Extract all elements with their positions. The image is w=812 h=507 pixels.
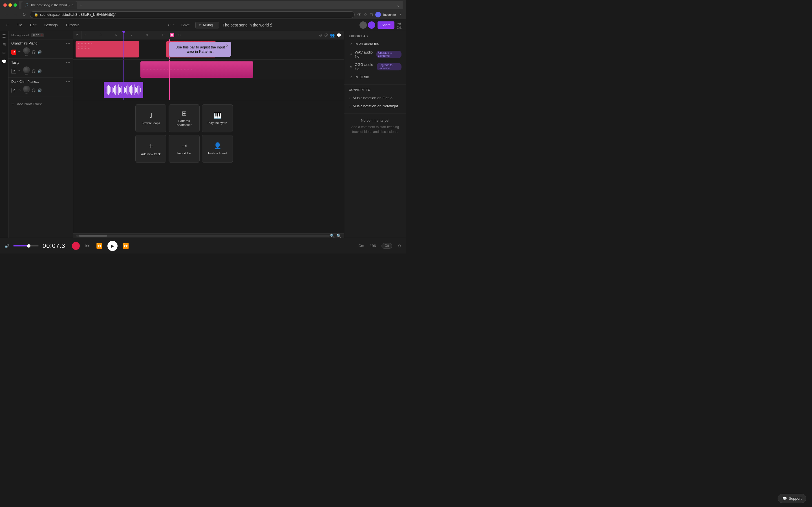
track-3-wave-btn[interactable]: 〜 <box>18 88 21 93</box>
track-1-mute-btn[interactable]: 🔊 <box>38 50 42 54</box>
track-3-vol-knob[interactable] <box>23 86 30 93</box>
track-3-r-btn[interactable]: R <box>11 88 16 93</box>
svg-rect-2 <box>107 86 108 94</box>
muting-badge[interactable]: ⌘ ⌥ ✕ <box>31 33 44 37</box>
bottom-settings-icon[interactable]: ⚙ <box>398 244 402 248</box>
scrollbar-thumb[interactable] <box>79 235 107 237</box>
track-3-menu[interactable]: ••• <box>66 79 70 84</box>
track-1-vol-knob[interactable] <box>23 47 30 54</box>
save-btn[interactable]: Save <box>179 22 192 28</box>
lock-icon: 🔒 <box>34 13 38 17</box>
track-1-menu[interactable]: ••• <box>66 41 70 46</box>
export-ogg[interactable]: ♬ OGG audio file Upgrade to Supreme <box>349 61 402 73</box>
track-2-vol-knob[interactable] <box>23 66 30 73</box>
sidebar-tracks-icon[interactable]: ☰ <box>2 34 6 38</box>
rewind-btn[interactable]: ⏪ <box>95 242 103 250</box>
panel-icon[interactable]: ⊟ <box>370 12 373 17</box>
timeline-comment-btn[interactable]: 💬 <box>336 33 341 38</box>
add-track-btn[interactable]: + Add New Track <box>8 97 73 111</box>
scrollbar-track[interactable] <box>76 235 330 237</box>
tab-close-btn[interactable]: ✕ <box>71 3 73 6</box>
volume-icon[interactable]: 🔊 <box>4 244 9 248</box>
loop-icon[interactable]: ↺ <box>75 33 79 38</box>
clip-dark-chi-1[interactable] <box>104 82 143 98</box>
track-1-wave-btn[interactable]: 〜 <box>18 50 21 54</box>
clip-tasty-1[interactable]: • • • • • • • • • • • • • • • • • • • • … <box>140 61 253 78</box>
volume-slider[interactable] <box>13 245 39 246</box>
add-new-track-card[interactable]: + Add new track <box>135 135 166 163</box>
play-btn[interactable]: ▶ <box>107 241 117 251</box>
play-synth-card[interactable]: 🎹 Play the synth <box>202 104 233 132</box>
nav-back-btn[interactable]: ← <box>3 12 10 17</box>
patterns-beatmaker-card[interactable]: ⊞ Patterns Beatmaker <box>168 104 200 132</box>
wav-upgrade-badge: Upgrade to Supreme <box>376 51 402 58</box>
track-3-headphone-btn[interactable]: 🎧 <box>32 89 36 93</box>
menu-settings[interactable]: Settings <box>43 22 59 28</box>
sidebar-effects-icon[interactable]: ⚙ <box>2 51 6 55</box>
export-mp3[interactable]: ♬ MP3 audio file <box>349 40 402 48</box>
redo-btn[interactable]: ↪ <box>173 23 175 27</box>
avatar-icon[interactable] <box>375 12 381 17</box>
track-3-mute-btn[interactable]: 🔊 <box>38 89 42 93</box>
menu-file[interactable]: File <box>15 22 23 28</box>
address-bar[interactable]: 🔒 soundtrap.com/studio/hS-u82IaRz_knEVhh… <box>30 11 355 18</box>
import-file-card[interactable]: ⇥ Import file <box>168 135 200 163</box>
minimize-window-btn[interactable] <box>8 3 12 7</box>
share-btn[interactable]: Share <box>377 21 395 29</box>
tooltip-close-btn[interactable]: ✕ <box>225 43 229 48</box>
mixing-btn[interactable]: ↺ Mixing... <box>195 22 219 29</box>
track-2-menu[interactable]: ••• <box>66 60 70 65</box>
convert-flat[interactable]: ♪ Music notation on Flat.io <box>349 94 402 102</box>
mp3-label: MP3 audio file <box>356 42 378 46</box>
active-tab[interactable]: 🎵 The best song in the world :) ✕ <box>21 1 77 9</box>
svg-rect-30 <box>131 85 132 95</box>
sidebar-mixer-icon[interactable]: ⊞ <box>3 42 6 47</box>
chevron-down-icon[interactable]: ⌄ <box>396 2 400 8</box>
browse-loops-card[interactable]: ♩ Browse loops <box>135 104 166 132</box>
fast-forward-btn[interactable]: ⏩ <box>121 242 130 250</box>
timeline-people-btn[interactable]: 👥 <box>330 33 335 38</box>
marker-area[interactable]: ✕ <box>169 31 175 39</box>
maximize-window-btn[interactable] <box>13 3 17 7</box>
undo-btn[interactable]: ↩ <box>168 23 170 27</box>
off-badge[interactable]: Off <box>382 243 392 249</box>
track-2-wave-btn[interactable]: 〜 <box>18 69 21 73</box>
close-marker-btn[interactable]: ✕ <box>170 33 174 37</box>
menu-tutorials[interactable]: Tutorials <box>64 22 80 28</box>
menu-edit[interactable]: Edit <box>29 22 38 28</box>
convert-noteflight[interactable]: ♪ Music notation on Noteflight <box>349 102 402 110</box>
record-btn[interactable] <box>72 242 80 250</box>
clip-grandmas-1[interactable]: • • • • • • • • • • •• • • • • • •• • • … <box>75 41 139 57</box>
export-wav[interactable]: ♬ WAV audio file Upgrade to Supreme <box>349 48 402 61</box>
volume-thumb[interactable] <box>27 244 31 247</box>
bookmark-icon[interactable]: ☆ <box>364 12 367 17</box>
track-2-headphone-btn[interactable]: 🎧 <box>32 69 36 73</box>
menu-icon[interactable]: ⋮ <box>398 12 403 17</box>
zoom-out-btn[interactable]: 🔍 <box>336 233 341 238</box>
avatar-btn[interactable] <box>359 21 367 29</box>
menubar: ← File Edit Settings Tutorials ↩ ↪ Save … <box>0 19 406 31</box>
import-label: Import file <box>177 151 191 155</box>
zoom-in-btn[interactable]: 🔍 <box>330 233 335 238</box>
track-1-headphone-btn[interactable]: 🎧 <box>32 50 36 54</box>
export-section: Export as ♬ MP3 audio file ♬ WAV audio f… <box>344 31 406 85</box>
close-window-btn[interactable] <box>3 3 7 7</box>
sidebar-chat-icon[interactable]: 💬 <box>2 59 6 64</box>
track-2-r-btn[interactable]: R <box>11 69 16 74</box>
share-icon-btn[interactable] <box>368 21 375 29</box>
timeline-settings-btn[interactable]: ⚙ <box>319 33 322 38</box>
tab-title: The best song in the world :) <box>31 3 70 7</box>
new-tab-btn[interactable]: + <box>78 3 84 7</box>
nav-forward-btn[interactable]: → <box>12 12 18 17</box>
timeline-record-btn[interactable]: ⦿ <box>324 33 328 38</box>
nav-refresh-btn[interactable]: ↻ <box>21 12 27 17</box>
exit-btn[interactable]: ⇥ Exit <box>397 21 402 29</box>
export-midi[interactable]: ♬ MIDI file <box>349 73 402 81</box>
main-content: ☰ ⊞ ⚙ 💬 Muting for all ⌘ ⌥ ✕ <box>0 31 406 238</box>
track-1-r-btn[interactable]: R <box>11 50 16 55</box>
app-back-btn[interactable]: ← <box>4 22 10 28</box>
invite-friend-card[interactable]: 👤 Invite a friend <box>202 135 233 163</box>
skip-back-btn[interactable]: ⏮ <box>84 242 91 250</box>
svg-rect-35 <box>135 87 136 93</box>
track-2-mute-btn[interactable]: 🔊 <box>38 69 42 73</box>
